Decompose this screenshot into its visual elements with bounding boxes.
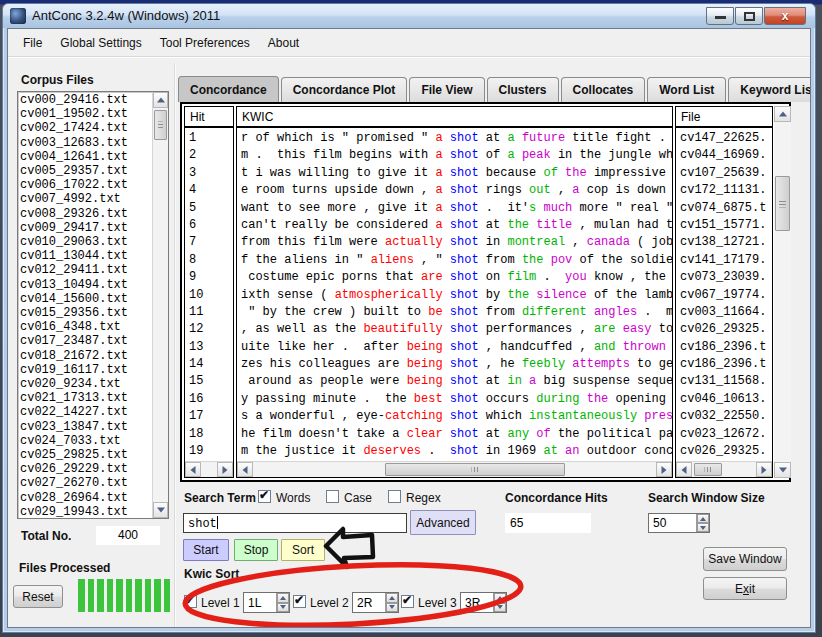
corpus-file-item[interactable]: cv024_7033.txt [20,434,151,448]
corpus-file-item[interactable]: cv004_12641.txt [20,150,151,164]
corpus-file-item[interactable]: cv028_26964.txt [20,491,151,505]
corpus-list-scrollbar[interactable] [152,92,168,518]
level-3-checkbox[interactable] [401,595,414,608]
tab-clusters[interactable]: Clusters [487,77,559,102]
corpus-file-item[interactable]: cv016_4348.txt [20,320,151,334]
spin-up-button[interactable] [494,593,506,603]
kwic-row[interactable]: f the aliens in " aliens , " shot from t… [237,252,672,269]
close-button[interactable]: x [764,7,806,25]
corpus-file-item[interactable]: cv002_17424.txt [20,121,151,135]
corpus-file-item[interactable]: cv012_29411.txt [20,263,151,277]
menu-item-file[interactable]: File [14,29,51,57]
reset-button[interactable]: Reset [13,585,63,608]
search-window-size-spinner[interactable]: 50 [648,513,710,533]
corpus-file-item[interactable]: cv008_29326.txt [20,207,151,221]
kwic-row[interactable]: m . this film begins with a shot of a pe… [237,147,672,164]
spin-down-button[interactable] [494,603,506,613]
corpus-file-items[interactable]: cv000_29416.txtcv001_19502.txtcv002_1742… [20,93,151,517]
corpus-file-list[interactable]: cv000_29416.txtcv001_19502.txtcv002_1742… [17,91,169,519]
kwic-header[interactable]: KWIC [237,107,672,128]
scroll-left-button[interactable] [237,462,253,477]
corpus-file-item[interactable]: cv013_10494.txt [20,278,151,292]
save-window-button[interactable]: Save Window [703,547,787,571]
spin-down-button[interactable] [386,603,398,613]
scroll-up-button[interactable] [774,106,791,122]
minimize-button[interactable] [706,7,734,25]
scroll-right-button[interactable] [217,462,233,477]
maximize-button[interactable] [735,7,763,25]
kwic-row[interactable]: can't really be considered a shot at the… [237,217,672,234]
regex-checkbox[interactable] [388,490,401,503]
spin-up-button[interactable] [697,514,709,523]
kwic-hscrollbar[interactable] [237,461,672,477]
corpus-file-item[interactable]: cv020_9234.txt [20,377,151,391]
corpus-file-item[interactable]: cv011_13044.txt [20,249,151,263]
corpus-file-item[interactable]: cv003_12683.txt [20,136,151,150]
corpus-file-item[interactable]: cv027_26270.txt [20,476,151,490]
spin-up-button[interactable] [277,593,289,603]
corpus-file-item[interactable]: cv029_19943.txt [20,505,151,517]
corpus-file-item[interactable]: cv025_29825.txt [20,448,151,462]
scroll-thumb[interactable] [385,463,565,476]
scroll-right-button[interactable] [656,462,672,477]
corpus-file-item[interactable]: cv015_29356.txt [20,306,151,320]
title-bar[interactable]: AntConc 3.2.4w (Windows) 2011 x [3,4,815,28]
kwic-row[interactable]: r of which is " promised " a shot at a f… [237,130,672,147]
kwic-row[interactable]: e room turns upside down , a shot rings … [237,182,672,199]
corpus-file-item[interactable]: cv019_16117.txt [20,363,151,377]
tab-word-list[interactable]: Word List [647,77,726,102]
level-3-spinner[interactable]: 3R [460,592,507,613]
kwic-row[interactable]: zes his colleagues are being shot , he f… [237,356,672,373]
corpus-file-item[interactable]: cv026_29229.txt [20,462,151,476]
hit-header[interactable]: Hit [185,107,233,128]
tab-concordance-plot[interactable]: Concordance Plot [281,77,408,102]
tab-collocates[interactable]: Collocates [561,77,646,102]
corpus-file-item[interactable]: cv023_13847.txt [20,420,151,434]
corpus-file-item[interactable]: cv006_17022.txt [20,178,151,192]
corpus-file-item[interactable]: cv000_29416.txt [20,93,151,107]
exit-button[interactable]: Exit [703,577,787,600]
tab-keyword-list[interactable]: Keyword List [728,77,811,102]
kwic-row[interactable]: " by the crew ) built to be shot from di… [237,304,672,321]
kwic-row[interactable]: want to see more , give it a shot . it's… [237,200,672,217]
level-2-checkbox[interactable] [293,595,306,608]
kwic-row[interactable]: from this film were actually shot in mon… [237,234,672,251]
scroll-down-button[interactable] [774,462,791,478]
corpus-file-item[interactable]: cv021_17313.txt [20,391,151,405]
kwic-row[interactable]: around as people were being shot at in a… [237,373,672,390]
tab-concordance[interactable]: Concordance [178,76,279,102]
kwic-row[interactable]: , as well as the beautifully shot perfor… [237,321,672,338]
tab-file-view[interactable]: File View [409,77,484,102]
spin-down-button[interactable] [697,523,709,532]
level-1-checkbox[interactable] [184,595,197,608]
kwic-row[interactable]: uite like her . after being shot , handc… [237,339,672,356]
corpus-file-item[interactable]: cv017_23487.txt [20,334,151,348]
scroll-thumb[interactable] [694,463,722,476]
corpus-file-item[interactable]: cv022_14227.txt [20,405,151,419]
spin-down-button[interactable] [277,603,289,613]
file-header[interactable]: File [676,107,772,128]
kwic-row[interactable]: s a wonderful , eye-catching shot which … [237,408,672,425]
spin-up-button[interactable] [386,593,398,603]
kwic-row[interactable]: he film doesn't take a clear shot at any… [237,426,672,443]
corpus-file-item[interactable]: cv009_29417.txt [20,221,151,235]
scroll-left-button[interactable] [676,462,692,477]
level-2-spinner[interactable]: 2R [352,592,399,613]
table-vscrollbar[interactable] [774,106,791,478]
sort-button[interactable]: Sort [281,539,325,561]
scroll-right-button[interactable] [756,462,772,477]
kwic-row[interactable]: m the justice it deserves . shot in 1969… [237,443,672,460]
corpus-file-item[interactable]: cv007_4992.txt [20,192,151,206]
corpus-file-item[interactable]: cv014_15600.txt [20,292,151,306]
stop-button[interactable]: Stop [234,539,278,561]
scroll-left-button[interactable] [185,462,201,477]
advanced-button[interactable]: Advanced [410,510,476,535]
hit-hscrollbar[interactable] [185,461,233,477]
scroll-thumb[interactable] [775,176,790,231]
kwic-cells[interactable]: r of which is " promised " a shot at a f… [237,130,672,460]
kwic-row[interactable]: y passing minute . the best shot occurs … [237,391,672,408]
search-input[interactable]: shot [183,513,407,533]
corpus-file-item[interactable]: cv005_29357.txt [20,164,151,178]
kwic-row[interactable]: ixth sense ( atmospherically shot by the… [237,287,672,304]
corpus-file-item[interactable]: cv018_21672.txt [20,349,151,363]
